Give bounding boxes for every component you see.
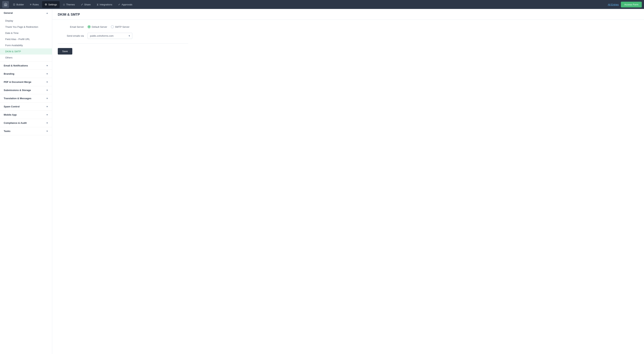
- radio-default-indicator: [88, 25, 90, 28]
- share-icon: ⤢: [81, 3, 83, 6]
- sidebar-section-mobile-app: Mobile App ▼: [0, 111, 52, 119]
- builder-icon: ⊡: [13, 3, 15, 6]
- chevron-down-icon: ▼: [46, 89, 48, 92]
- chevron-down-icon: ▼: [46, 81, 48, 83]
- email-server-row: Email Server Default Server SMTP Server: [58, 25, 188, 28]
- save-button[interactable]: Save: [58, 48, 72, 54]
- sidebar-section-compliance-audit: Compliance & Audit ▼: [0, 119, 52, 127]
- nav-tab-builder[interactable]: ⊡ Builder: [10, 1, 26, 8]
- send-emails-via-select[interactable]: public.zohoforms.com: [88, 33, 132, 39]
- nav-tab-integrations[interactable]: ⧖ Integrations: [94, 1, 115, 8]
- approvals-icon: ✓: [118, 3, 120, 6]
- sidebar-section-general: General ▲ Display Thank You Page & Redir…: [0, 9, 52, 62]
- sidebar-section-branding-header[interactable]: Branding ▼: [0, 70, 52, 78]
- sidebar-section-submissions-storage: Submissions & Storage ▼: [0, 86, 52, 94]
- integrations-icon: ⧖: [97, 3, 98, 6]
- send-emails-via-row: Send emails via public.zohoforms.com ▼: [58, 33, 188, 39]
- nav-tab-rules[interactable]: ≡ Rules: [27, 1, 41, 8]
- home-button[interactable]: [2, 1, 9, 8]
- sidebar-item-dkim-smtp[interactable]: DKIM & SMTP: [0, 48, 52, 54]
- sidebar-item-display[interactable]: Display: [0, 18, 52, 24]
- sidebar-section-compliance-audit-header[interactable]: Compliance & Audit ▼: [0, 119, 52, 127]
- chevron-down-icon: ▼: [46, 122, 48, 124]
- rules-icon: ≡: [30, 3, 31, 6]
- all-entries-link[interactable]: All Entries: [608, 3, 619, 6]
- chevron-down-icon: ▼: [46, 114, 48, 116]
- main-layout: General ▲ Display Thank You Page & Redir…: [0, 9, 644, 354]
- content-header: DKIM & SMTP: [52, 9, 644, 20]
- page-title: DKIM & SMTP: [58, 13, 638, 16]
- main-content: DKIM & SMTP Email Server Default Server …: [52, 9, 644, 354]
- email-server-label: Email Server: [58, 25, 84, 28]
- send-emails-via-wrapper: public.zohoforms.com ▼: [88, 33, 132, 39]
- radio-smtp-indicator: [111, 25, 114, 28]
- nav-tab-settings[interactable]: ⚙ Settings: [42, 1, 60, 8]
- sidebar-general-items: Display Thank You Page & Redirection Dat…: [0, 17, 52, 61]
- sidebar-item-date-time[interactable]: Date & Time: [0, 30, 52, 36]
- dkim-smtp-form: Email Server Default Server SMTP Server: [58, 25, 188, 54]
- chevron-down-icon: ▼: [46, 73, 48, 75]
- sidebar-section-pdf-document-header[interactable]: PDF & Document Merge ▼: [0, 78, 52, 86]
- settings-icon: ⚙: [45, 3, 47, 6]
- radio-default-server[interactable]: Default Server: [88, 25, 107, 28]
- nav-tab-share[interactable]: ⤢ Share: [78, 1, 93, 8]
- radio-smtp-server[interactable]: SMTP Server: [111, 25, 130, 28]
- sidebar-item-form-availability[interactable]: Form Availability: [0, 42, 52, 48]
- content-body: Email Server Default Server SMTP Server: [52, 20, 644, 60]
- sidebar-section-translation-messages: Translation & Messages ▼: [0, 94, 52, 103]
- sidebar-section-branding: Branding ▼: [0, 70, 52, 78]
- access-form-button[interactable]: Access Form: [621, 2, 642, 7]
- nav-tab-approvals[interactable]: ✓ Approvals: [116, 1, 135, 8]
- sidebar-item-thank-you[interactable]: Thank You Page & Redirection: [0, 24, 52, 30]
- radio-default-label: Default Server: [92, 25, 107, 28]
- chevron-down-icon: ▼: [46, 64, 48, 67]
- sidebar-section-tasks: Tasks ▼: [0, 127, 52, 135]
- nav-right-area: All Entries Access Form: [608, 2, 642, 7]
- sidebar-section-mobile-app-header[interactable]: Mobile App ▼: [0, 111, 52, 119]
- chevron-down-icon: ▼: [46, 105, 48, 108]
- sidebar-section-tasks-header[interactable]: Tasks ▼: [0, 127, 52, 135]
- sidebar-section-spam-control: Spam Control ▼: [0, 103, 52, 111]
- sidebar-section-email-notifications: Email & Notifications ▼: [0, 62, 52, 70]
- chevron-down-icon: ▼: [46, 130, 48, 133]
- top-navigation: ⊡ Builder ≡ Rules ⚙ Settings ◇ Themes ⤢ …: [0, 0, 644, 9]
- radio-smtp-label: SMTP Server: [115, 25, 130, 28]
- sidebar-section-spam-control-header[interactable]: Spam Control ▼: [0, 103, 52, 111]
- themes-icon: ◇: [63, 3, 65, 6]
- send-emails-via-label: Send emails via: [58, 34, 84, 37]
- email-server-radio-group: Default Server SMTP Server: [88, 25, 130, 28]
- sidebar: General ▲ Display Thank You Page & Redir…: [0, 9, 52, 354]
- sidebar-section-general-header[interactable]: General ▲: [0, 9, 52, 17]
- sidebar-section-email-notifications-header[interactable]: Email & Notifications ▼: [0, 62, 52, 70]
- sidebar-item-others[interactable]: Others: [0, 54, 52, 61]
- sidebar-section-pdf-document: PDF & Document Merge ▼: [0, 78, 52, 86]
- sidebar-item-field-alias[interactable]: Field Alias - Prefill URL: [0, 36, 52, 42]
- sidebar-section-submissions-storage-header[interactable]: Submissions & Storage ▼: [0, 86, 52, 94]
- sidebar-section-translation-messages-header[interactable]: Translation & Messages ▼: [0, 94, 52, 102]
- chevron-up-icon: ▲: [46, 12, 48, 14]
- chevron-down-icon: ▼: [46, 97, 48, 100]
- nav-tab-themes[interactable]: ◇ Themes: [60, 1, 78, 8]
